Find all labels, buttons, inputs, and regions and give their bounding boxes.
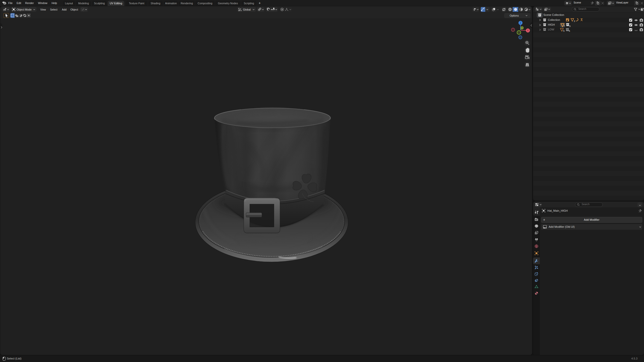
svg-text:Y: Y [521, 27, 523, 29]
svg-text:Z: Z [520, 22, 521, 24]
svg-text:X: X [527, 29, 529, 32]
